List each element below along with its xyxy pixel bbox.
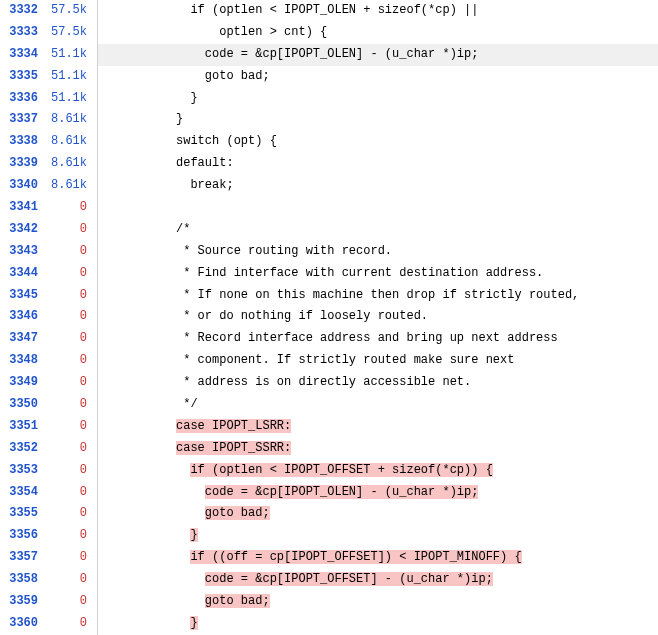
line-number[interactable]: 3335	[0, 66, 46, 88]
line-number[interactable]: 3345	[0, 285, 46, 307]
code-row[interactable]: 333451.1k code = &cp[IPOPT_OLEN] - (u_ch…	[0, 44, 658, 66]
code-text[interactable]: * Record interface address and bring up …	[98, 328, 658, 350]
line-number[interactable]: 3342	[0, 219, 46, 241]
line-number[interactable]: 3355	[0, 503, 46, 525]
line-number[interactable]: 3349	[0, 372, 46, 394]
code-text[interactable]: code = &cp[IPOPT_OLEN] - (u_char *)ip;	[98, 44, 658, 66]
code-row[interactable]: 33490 * address is on directly accessibl…	[0, 372, 658, 394]
code-text[interactable]: * address is on directly accessible net.	[98, 372, 658, 394]
code-text[interactable]: }	[98, 525, 658, 547]
line-number[interactable]: 3339	[0, 153, 46, 175]
line-number[interactable]: 3360	[0, 613, 46, 635]
code-row[interactable]: 33580 code = &cp[IPOPT_OFFSET] - (u_char…	[0, 569, 658, 591]
code-text[interactable]: * Source routing with record.	[98, 241, 658, 263]
code-text[interactable]: if ((off = cp[IPOPT_OFFSET]) < IPOPT_MIN…	[98, 547, 658, 569]
code-text[interactable]	[98, 197, 658, 219]
line-number[interactable]: 3354	[0, 482, 46, 504]
code-row[interactable]: 33450 * If none on this machine then dro…	[0, 285, 658, 307]
line-number[interactable]: 3332	[0, 0, 46, 22]
hit-count: 51.1k	[46, 44, 98, 66]
code-row[interactable]: 33408.61k break;	[0, 175, 658, 197]
code-text[interactable]: default:	[98, 153, 658, 175]
code-text[interactable]: code = &cp[IPOPT_OFFSET] - (u_char *)ip;	[98, 569, 658, 591]
hit-count: 0	[46, 306, 98, 328]
line-number[interactable]: 3334	[0, 44, 46, 66]
line-number[interactable]: 3344	[0, 263, 46, 285]
code-text[interactable]: }	[98, 613, 658, 635]
code-text[interactable]: case IPOPT_LSRR:	[98, 416, 658, 438]
code-text[interactable]: break;	[98, 175, 658, 197]
hit-count: 0	[46, 547, 98, 569]
code-text[interactable]: * If none on this machine then drop if s…	[98, 285, 658, 307]
hit-count: 8.61k	[46, 175, 98, 197]
code-row[interactable]: 33430 * Source routing with record.	[0, 241, 658, 263]
code-row[interactable]: 33530 if (optlen < IPOPT_OFFSET + sizeof…	[0, 460, 658, 482]
line-number[interactable]: 3346	[0, 306, 46, 328]
line-number[interactable]: 3337	[0, 109, 46, 131]
line-number[interactable]: 3347	[0, 328, 46, 350]
code-text[interactable]: /*	[98, 219, 658, 241]
line-number[interactable]: 3351	[0, 416, 46, 438]
code-text[interactable]: optlen > cnt) {	[98, 22, 658, 44]
code-text[interactable]: goto bad;	[98, 503, 658, 525]
hit-count: 0	[46, 482, 98, 504]
code-text[interactable]: * Find interface with current destinatio…	[98, 263, 658, 285]
line-number[interactable]: 3352	[0, 438, 46, 460]
code-row[interactable]: 33378.61k }	[0, 109, 658, 131]
line-number[interactable]: 3343	[0, 241, 46, 263]
code-row[interactable]: 33500 */	[0, 394, 658, 416]
code-row[interactable]: 33590 goto bad;	[0, 591, 658, 613]
line-number[interactable]: 3340	[0, 175, 46, 197]
code-row[interactable]: 33388.61k switch (opt) {	[0, 131, 658, 153]
code-row[interactable]: 33410	[0, 197, 658, 219]
hit-count: 0	[46, 525, 98, 547]
hit-count: 0	[46, 241, 98, 263]
code-row[interactable]: 33460 * or do nothing if loosely routed.	[0, 306, 658, 328]
code-row[interactable]: 333651.1k }	[0, 88, 658, 110]
code-row[interactable]: 33550 goto bad;	[0, 503, 658, 525]
code-row[interactable]: 33510 case IPOPT_LSRR:	[0, 416, 658, 438]
code-row[interactable]: 33470 * Record interface address and bri…	[0, 328, 658, 350]
code-text[interactable]: if (optlen < IPOPT_OFFSET + sizeof(*cp))…	[98, 460, 658, 482]
code-row[interactable]: 33440 * Find interface with current dest…	[0, 263, 658, 285]
code-row[interactable]: 333357.5k optlen > cnt) {	[0, 22, 658, 44]
code-row[interactable]: 33560 }	[0, 525, 658, 547]
code-row[interactable]: 333257.5k if (optlen < IPOPT_OLEN + size…	[0, 0, 658, 22]
line-number[interactable]: 3358	[0, 569, 46, 591]
code-row[interactable]: 33600 }	[0, 613, 658, 635]
line-number[interactable]: 3341	[0, 197, 46, 219]
line-number[interactable]: 3338	[0, 131, 46, 153]
line-number[interactable]: 3336	[0, 88, 46, 110]
hit-count: 0	[46, 263, 98, 285]
hit-count: 51.1k	[46, 88, 98, 110]
code-text[interactable]: code = &cp[IPOPT_OLEN] - (u_char *)ip;	[98, 482, 658, 504]
line-number[interactable]: 3333	[0, 22, 46, 44]
line-number[interactable]: 3359	[0, 591, 46, 613]
code-text[interactable]: * or do nothing if loosely routed.	[98, 306, 658, 328]
code-text[interactable]: switch (opt) {	[98, 131, 658, 153]
hit-count: 8.61k	[46, 109, 98, 131]
code-row[interactable]: 333551.1k goto bad;	[0, 66, 658, 88]
code-text[interactable]: */	[98, 394, 658, 416]
line-number[interactable]: 3356	[0, 525, 46, 547]
code-row[interactable]: 33570 if ((off = cp[IPOPT_OFFSET]) < IPO…	[0, 547, 658, 569]
code-text[interactable]: * component. If strictly routed make sur…	[98, 350, 658, 372]
code-row[interactable]: 33520 case IPOPT_SSRR:	[0, 438, 658, 460]
hit-count: 0	[46, 350, 98, 372]
code-row[interactable]: 33480 * component. If strictly routed ma…	[0, 350, 658, 372]
code-text[interactable]: }	[98, 88, 658, 110]
hit-count: 0	[46, 438, 98, 460]
code-text[interactable]: goto bad;	[98, 66, 658, 88]
hit-count: 0	[46, 328, 98, 350]
code-row[interactable]: 33540 code = &cp[IPOPT_OLEN] - (u_char *…	[0, 482, 658, 504]
code-text[interactable]: case IPOPT_SSRR:	[98, 438, 658, 460]
code-text[interactable]: goto bad;	[98, 591, 658, 613]
line-number[interactable]: 3348	[0, 350, 46, 372]
line-number[interactable]: 3357	[0, 547, 46, 569]
code-row[interactable]: 33420 /*	[0, 219, 658, 241]
code-text[interactable]: }	[98, 109, 658, 131]
code-row[interactable]: 33398.61k default:	[0, 153, 658, 175]
code-text[interactable]: if (optlen < IPOPT_OLEN + sizeof(*cp) ||	[98, 0, 658, 22]
line-number[interactable]: 3353	[0, 460, 46, 482]
line-number[interactable]: 3350	[0, 394, 46, 416]
